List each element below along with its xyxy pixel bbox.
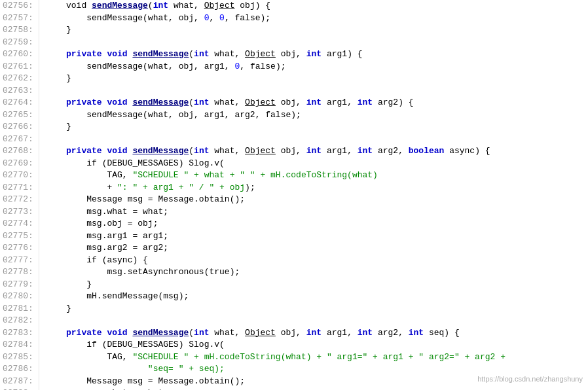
code-line: [46, 315, 588, 327]
line-number: 02771:: [3, 182, 33, 194]
line-number: 02763:: [3, 85, 33, 98]
line-number: 02760:: [3, 48, 33, 61]
watermark: https://blog.csdn.net/zhangshuny: [477, 373, 583, 385]
code-line: msg.what = what;: [46, 206, 588, 219]
line-numbers: 02756:02757:02758:02759:02760:02761:0276…: [0, 0, 39, 390]
code-line: }: [46, 24, 588, 37]
code-line: private void sendMessage(int what, Objec…: [46, 327, 588, 340]
code-line: }: [46, 279, 588, 291]
line-number: 02775:: [3, 230, 33, 243]
line-number: 02778:: [3, 266, 33, 279]
code-line: sendMessage(what, obj, 0, 0, false);: [46, 12, 588, 25]
line-number: 02787:: [3, 376, 33, 388]
line-number: 02781:: [3, 303, 33, 315]
line-number: 02756:: [3, 0, 33, 12]
line-number: 02766:: [3, 121, 33, 133]
code-line: }: [46, 73, 588, 85]
code-line: if (async) {: [46, 255, 588, 267]
code-line: msg.setAsynchronous(true);: [46, 266, 588, 279]
line-number: 02770:: [3, 169, 33, 182]
code-line: msg.obj = obj;: [46, 218, 588, 230]
line-number: 02769:: [3, 158, 33, 170]
code-line: sendMessage(what, obj, arg1, arg2, false…: [46, 109, 588, 122]
code-line: void sendMessage(int what, Object obj) {: [46, 0, 588, 12]
code-line: [46, 85, 588, 98]
line-number: 02758:: [3, 24, 33, 37]
code-line: }: [46, 121, 588, 133]
line-number: 02784:: [3, 339, 33, 351]
code-line: private void sendMessage(int what, Objec…: [46, 145, 588, 158]
line-number: 02774:: [3, 218, 33, 230]
code-line: [46, 37, 588, 49]
line-number: 02783:: [3, 327, 33, 340]
code-line: if (DEBUG_MESSAGES) Slog.v(: [46, 158, 588, 170]
code-line: if (DEBUG_MESSAGES) Slog.v(: [46, 339, 588, 351]
line-number: 02767:: [3, 133, 33, 146]
line-number: 02768:: [3, 145, 33, 158]
line-number: 02777:: [3, 255, 33, 267]
line-number: 02780:: [3, 291, 33, 303]
code-line: msg.what = what;: [46, 387, 588, 390]
line-number: 02786:: [3, 363, 33, 376]
code-line: }: [46, 303, 588, 315]
code-line: mH.sendMessage(msg);: [46, 291, 588, 303]
code-line: Message msg = Message.obtain();: [46, 194, 588, 206]
line-number: 02782:: [3, 315, 33, 327]
code-line: + ": " + arg1 + " / " + obj);: [46, 182, 588, 194]
code-editor: 02756:02757:02758:02759:02760:02761:0276…: [0, 0, 588, 390]
code-line: msg.arg2 = arg2;: [46, 242, 588, 255]
line-number: 02773:: [3, 206, 33, 219]
line-number: 02765:: [3, 109, 33, 122]
line-number: 02772:: [3, 194, 33, 206]
line-number: 02762:: [3, 73, 33, 85]
code-line: TAG, "SCHEDULE " + mH.codeToString(what)…: [46, 351, 588, 364]
code-line: sendMessage(what, obj, arg1, 0, false);: [46, 61, 588, 73]
code-line: private void sendMessage(int what, Objec…: [46, 97, 588, 109]
code-line: private void sendMessage(int what, Objec…: [46, 48, 588, 61]
line-number: 02788:: [3, 387, 33, 390]
code-line: msg.arg1 = arg1;: [46, 230, 588, 243]
line-number: 02785:: [3, 351, 33, 364]
code-content[interactable]: void sendMessage(int what, Object obj) {…: [39, 0, 588, 390]
line-number: 02764:: [3, 97, 33, 109]
line-number: 02759:: [3, 37, 33, 49]
code-line: TAG, "SCHEDULE " + what + " " + mH.codeT…: [46, 169, 588, 182]
line-number: 02761:: [3, 61, 33, 73]
code-line: [46, 133, 588, 146]
line-number: 02779:: [3, 279, 33, 291]
line-number: 02757:: [3, 12, 33, 25]
line-number: 02776:: [3, 242, 33, 255]
